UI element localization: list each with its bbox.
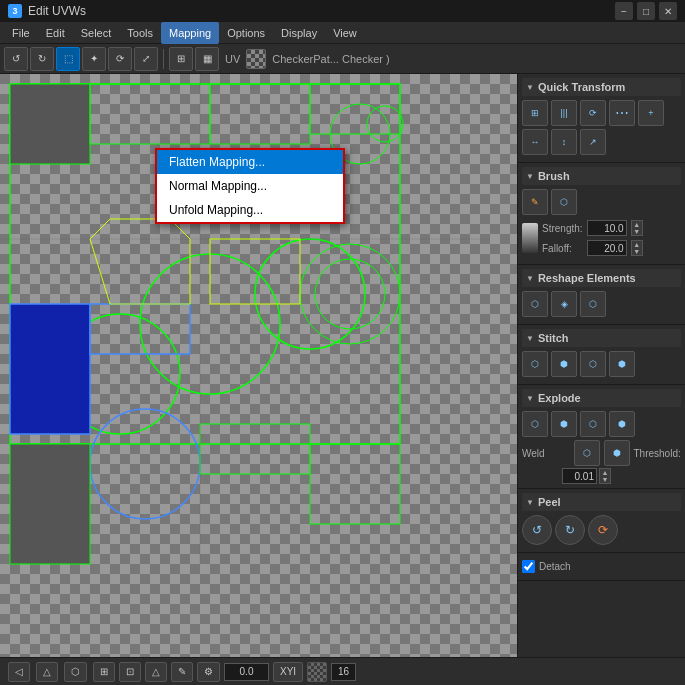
brush-paint-btn[interactable]: ✎ xyxy=(522,189,548,215)
weld-label: Weld xyxy=(522,448,570,459)
qt-btn-8[interactable]: ↗ xyxy=(580,129,606,155)
brush-section: Brush ✎ ⬡ Strength: ▲▼ Fallo xyxy=(518,163,685,265)
explode-btn-2[interactable]: ⬢ xyxy=(551,411,577,437)
explode-section: Explode ⬡ ⬢ ⬡ ⬢ Weld ⬡ ⬢ Threshold: ▲▼ xyxy=(518,385,685,489)
checker-label: CheckerPat... Checker ) xyxy=(268,53,393,65)
stitch-btn-1[interactable]: ⬡ xyxy=(522,351,548,377)
qt-btn-2[interactable]: ||| xyxy=(551,100,577,126)
reshape-btn-1[interactable]: ⬡ xyxy=(522,291,548,317)
threshold-input[interactable] xyxy=(562,468,597,484)
peel-buttons: ↺ ↻ ⟳ xyxy=(522,515,681,545)
stitch-btn-2[interactable]: ⬢ xyxy=(551,351,577,377)
title-bar: 3 Edit UVWs − □ ✕ xyxy=(0,0,685,22)
weld-row: Weld ⬡ ⬢ Threshold: xyxy=(522,440,681,466)
menu-edit[interactable]: Edit xyxy=(38,22,73,44)
weld-btn-2[interactable]: ⬢ xyxy=(604,440,630,466)
nav-cube-button[interactable]: ⬡ xyxy=(64,662,87,682)
menu-select[interactable]: Select xyxy=(73,22,120,44)
status-tool-5[interactable]: ⚙ xyxy=(197,662,220,682)
quick-transform-section: Quick Transform ⊞ ||| ⟳ ⋯ + ↔ ↕ ↗ xyxy=(518,74,685,163)
brush-preview xyxy=(522,223,538,253)
status-tool-3[interactable]: △ xyxy=(145,662,167,682)
status-value-input[interactable] xyxy=(224,663,269,681)
weld-btn-1[interactable]: ⬡ xyxy=(574,440,600,466)
menu-mapping[interactable]: Mapping xyxy=(161,22,219,44)
menu-options[interactable]: Options xyxy=(219,22,273,44)
minimize-button[interactable]: − xyxy=(615,2,633,20)
maximize-button[interactable]: □ xyxy=(637,2,655,20)
uv-label: UV xyxy=(221,53,244,65)
brush-strength-row: Strength: ▲▼ Falloff: ▲▼ xyxy=(522,218,681,258)
app-icon: 3 xyxy=(8,4,22,18)
nav-tri-button[interactable]: △ xyxy=(36,662,58,682)
qt-btn-5[interactable]: + xyxy=(638,100,664,126)
flatten-mapping-item[interactable]: Flatten Mapping... xyxy=(157,150,343,174)
window-controls: − □ ✕ xyxy=(615,2,677,20)
menu-display[interactable]: Display xyxy=(273,22,325,44)
detach-row: Detach xyxy=(522,557,681,576)
strength-input[interactable] xyxy=(587,220,627,236)
quick-transform-header[interactable]: Quick Transform xyxy=(522,78,681,96)
menu-bar: File Edit Select Tools Mapping Options D… xyxy=(0,22,685,44)
menu-tools[interactable]: Tools xyxy=(119,22,161,44)
sep1 xyxy=(163,49,164,69)
falloff-input[interactable] xyxy=(587,240,627,256)
threshold-label: Threshold: xyxy=(634,448,682,459)
falloff-spinner[interactable]: ▲▼ xyxy=(631,240,643,256)
stitch-header[interactable]: Stitch xyxy=(522,329,681,347)
explode-btn-4[interactable]: ⬢ xyxy=(609,411,635,437)
zoom-input[interactable] xyxy=(331,663,356,681)
strength-spinner[interactable]: ▲▼ xyxy=(631,220,643,236)
undo-button[interactable]: ↺ xyxy=(4,47,28,71)
qt-btn-7[interactable]: ↕ xyxy=(551,129,577,155)
peel-btn-3[interactable]: ⟳ xyxy=(588,515,618,545)
brush-cube-btn[interactable]: ⬡ xyxy=(551,189,577,215)
reshape-btn-2[interactable]: ◈ xyxy=(551,291,577,317)
window-title: Edit UVWs xyxy=(28,4,615,18)
close-button[interactable]: ✕ xyxy=(659,2,677,20)
stitch-section: Stitch ⬡ ⬢ ⬡ ⬢ xyxy=(518,325,685,385)
stitch-btn-3[interactable]: ⬡ xyxy=(580,351,606,377)
redo-button[interactable]: ↻ xyxy=(30,47,54,71)
explode-header[interactable]: Explode xyxy=(522,389,681,407)
status-xyz-button[interactable]: XY I xyxy=(273,662,303,682)
reshape-elements-section: Reshape Elements ⬡ ◈ ⬡ xyxy=(518,265,685,325)
main-area: Flatten Mapping... Normal Mapping... Unf… xyxy=(0,74,685,657)
explode-btn-1[interactable]: ⬡ xyxy=(522,411,548,437)
nav-prev-button[interactable]: ◁ xyxy=(8,662,30,682)
checker-map-button[interactable]: ▦ xyxy=(195,47,219,71)
peel-btn-2[interactable]: ↻ xyxy=(555,515,585,545)
status-checker-btn[interactable] xyxy=(307,662,327,682)
status-tool-4[interactable]: ✎ xyxy=(171,662,193,682)
falloff-param: Falloff: ▲▼ xyxy=(542,238,643,258)
qt-btn-4[interactable]: ⋯ xyxy=(609,100,635,126)
rotate-mode-button[interactable]: ⟳ xyxy=(108,47,132,71)
uv-viewport[interactable]: Flatten Mapping... Normal Mapping... Unf… xyxy=(0,74,517,657)
detach-checkbox[interactable] xyxy=(522,560,535,573)
stitch-btn-4[interactable]: ⬢ xyxy=(609,351,635,377)
explode-buttons: ⬡ ⬢ ⬡ ⬢ xyxy=(522,411,681,437)
menu-file[interactable]: File xyxy=(4,22,38,44)
reshape-btn-3[interactable]: ⬡ xyxy=(580,291,606,317)
select-mode-button[interactable]: ⬚ xyxy=(56,47,80,71)
scale-mode-button[interactable]: ⤢ xyxy=(134,47,158,71)
qt-btn-1[interactable]: ⊞ xyxy=(522,100,548,126)
peel-header[interactable]: Peel xyxy=(522,493,681,511)
qt-btn-3[interactable]: ⟳ xyxy=(580,100,606,126)
status-tool-2[interactable]: ⊡ xyxy=(119,662,141,682)
unfold-mapping-item[interactable]: Unfold Mapping... xyxy=(157,198,343,222)
toolbar: ↺ ↻ ⬚ ✦ ⟳ ⤢ ⊞ ▦ UV CheckerPat... Checker… xyxy=(0,44,685,74)
status-tool-1[interactable]: ⊞ xyxy=(93,662,115,682)
explode-btn-3[interactable]: ⬡ xyxy=(580,411,606,437)
move-mode-button[interactable]: ✦ xyxy=(82,47,106,71)
mapping-dropdown: Flatten Mapping... Normal Mapping... Unf… xyxy=(155,148,345,224)
brush-header[interactable]: Brush xyxy=(522,167,681,185)
normal-mapping-item[interactable]: Normal Mapping... xyxy=(157,174,343,198)
checker-grid-button[interactable]: ⊞ xyxy=(169,47,193,71)
reshape-elements-header[interactable]: Reshape Elements xyxy=(522,269,681,287)
peel-btn-1[interactable]: ↺ xyxy=(522,515,552,545)
detach-section: Detach xyxy=(518,553,685,581)
threshold-spinner[interactable]: ▲▼ xyxy=(599,468,611,484)
menu-view[interactable]: View xyxy=(325,22,365,44)
qt-btn-6[interactable]: ↔ xyxy=(522,129,548,155)
